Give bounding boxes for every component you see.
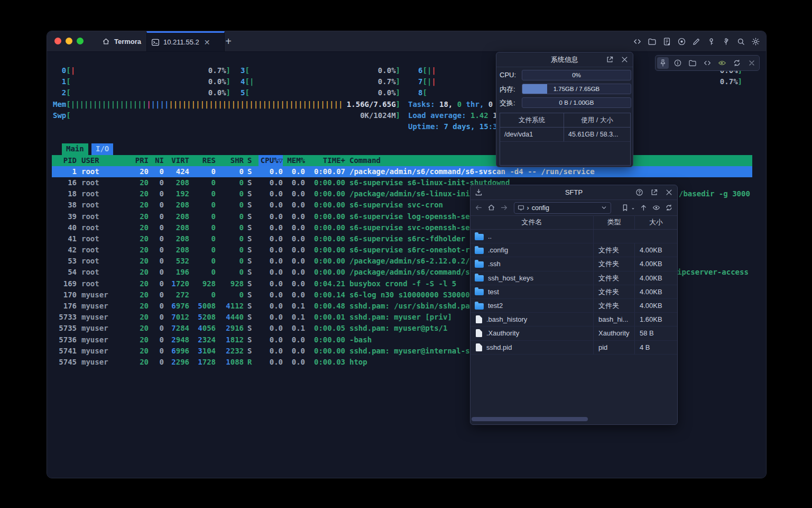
nvidia-icon[interactable] <box>718 59 726 67</box>
fkey-label-nice-[interactable]: Nice + <box>311 478 338 478</box>
htop-tab-main[interactable]: Main <box>62 143 88 155</box>
htop-tab-io[interactable]: I/O <box>91 143 113 155</box>
column-virt[interactable]: VIRT <box>164 155 189 166</box>
refresh-icon[interactable] <box>733 59 741 67</box>
fkey-label-tree[interactable]: Tree <box>205 478 232 478</box>
fkey-f6[interactable]: F6 <box>231 478 240 478</box>
uptime-line: Uptime: 7 days, 15:36 <box>408 121 502 132</box>
path-combobox[interactable]: › config <box>514 202 611 214</box>
open-in-window-icon[interactable] <box>650 188 658 196</box>
folder-icon[interactable] <box>688 59 697 67</box>
code-icon[interactable] <box>633 37 642 46</box>
keychain-icon[interactable] <box>722 37 731 46</box>
process-table-header[interactable]: PIDUSERPRINIVIRTRESSHRSCPU%▽MEM%TIME+Com… <box>52 155 752 166</box>
pencil-icon[interactable] <box>692 37 701 46</box>
key-icon[interactable] <box>707 37 716 46</box>
close-tab-icon[interactable]: ✕ <box>204 38 210 47</box>
cpu-label: CPU: <box>500 71 516 79</box>
log-icon[interactable] <box>662 37 671 46</box>
minimize-window-button[interactable] <box>66 38 72 44</box>
file-row-test[interactable]: test文件夹4.00KB <box>470 285 677 299</box>
path-chevron: › <box>527 204 529 212</box>
show-hidden-eye-icon[interactable] <box>652 204 660 212</box>
folder-icon <box>475 303 484 310</box>
column-ni[interactable]: NI <box>149 155 164 166</box>
column-time[interactable]: TIME+ <box>305 155 345 166</box>
info-icon[interactable] <box>673 59 682 67</box>
fkey-label-nice-[interactable]: Nice - <box>276 478 303 478</box>
fkey-label-kill[interactable]: Kill <box>347 478 374 478</box>
fkey-f10[interactable]: F10 <box>374 478 387 478</box>
home-icon[interactable] <box>487 204 495 212</box>
file-row--bash-history[interactable]: .bash_historybash_hi...1.60KB <box>470 313 677 326</box>
code-icon[interactable] <box>703 59 712 67</box>
fkey-f2[interactable]: F2 <box>88 478 97 478</box>
column-mem[interactable]: MEM% <box>283 155 305 166</box>
search-icon[interactable] <box>736 37 745 46</box>
fkey-label-quit[interactable]: Quit <box>387 478 752 478</box>
fkey-f9[interactable]: F9 <box>338 478 347 478</box>
fkey-label-filter[interactable]: Filter <box>169 478 196 478</box>
gear-icon[interactable] <box>751 37 760 46</box>
column-shr[interactable]: SHR <box>216 155 244 166</box>
file-row-test2[interactable]: test2文件夹4.00KB <box>470 299 677 313</box>
close-icon[interactable] <box>621 56 629 64</box>
column-res[interactable]: RES <box>189 155 216 166</box>
chevron-down-icon[interactable] <box>601 204 607 211</box>
up-directory-icon[interactable] <box>640 204 648 212</box>
fkey-f7[interactable]: F7 <box>267 478 276 478</box>
record-icon[interactable] <box>677 37 686 46</box>
file-row-sshd-pid[interactable]: sshd.pidpid4 B <box>470 341 677 355</box>
file-row-ssh-host-keys[interactable]: ssh_host_keys文件夹4.00KB <box>470 271 677 285</box>
fkey-f8[interactable]: F8 <box>302 478 311 478</box>
fkey-label-help[interactable]: Help <box>62 478 89 478</box>
fkey-f4[interactable]: F4 <box>160 478 169 478</box>
fkey-f3[interactable]: F3 <box>124 478 133 478</box>
fkey-label-sortby[interactable]: SortBy <box>240 478 267 478</box>
home-icon <box>102 38 110 46</box>
sftp-header: SFTP <box>470 185 677 200</box>
maximize-window-button[interactable] <box>77 38 84 44</box>
swap-meter: Swp[0K/1024M] <box>53 110 400 121</box>
cpu-progress-text: 0% <box>572 72 581 78</box>
swap-progress-text: 0 B / 1.00GB <box>559 99 594 106</box>
new-tab-button[interactable]: + <box>222 34 235 48</box>
column-s[interactable]: S <box>244 155 259 166</box>
tab-termora-home[interactable]: Termora <box>97 31 146 51</box>
back-icon[interactable] <box>475 204 483 212</box>
open-in-window-icon[interactable] <box>606 56 614 64</box>
fkey-label-search[interactable]: Search <box>133 478 160 478</box>
process-row-pid-1[interactable]: 1root20042400S0.00.00:00.07/package/admi… <box>52 166 752 177</box>
forward-icon[interactable] <box>500 204 508 212</box>
column-pid[interactable]: PID <box>52 155 77 166</box>
close-icon[interactable] <box>748 59 756 67</box>
cpu-progress-bar: 0% <box>522 70 631 80</box>
folder-icon[interactable] <box>648 37 657 46</box>
fkey-f5[interactable]: F5 <box>196 478 205 478</box>
help-icon[interactable] <box>635 188 643 196</box>
fkey-f1[interactable]: F1 <box>53 478 62 478</box>
file-row--Xauthority[interactable]: .XauthorityXauthority58 B <box>470 326 677 340</box>
file-row--[interactable]: .. <box>470 230 677 243</box>
pin-icon[interactable] <box>657 57 669 69</box>
file-row--ssh[interactable]: .ssh文件夹4.00KB <box>470 257 677 271</box>
titlebar: Termora 10.211.55.2 ✕ + <box>47 31 766 52</box>
sftp-table-header[interactable]: 文件名类型大小 <box>470 215 677 230</box>
column-pri[interactable]: PRI <box>131 155 149 166</box>
close-icon[interactable] <box>665 188 673 196</box>
file-row--config[interactable]: .config文件夹4.00KB <box>470 243 677 257</box>
htop-function-key-bar[interactable]: F1Help F2Setup F3SearchF4FilterF5Tree F6… <box>53 478 752 478</box>
download-icon[interactable] <box>475 188 483 196</box>
column-user[interactable]: USER <box>77 155 131 166</box>
fkey-label-setup[interactable]: Setup <box>97 478 124 478</box>
bookmark-caret-icon[interactable] <box>631 204 635 212</box>
cpu-meter-value: 0.7%] <box>720 76 742 87</box>
horizontal-scrollbar[interactable] <box>472 417 588 421</box>
column-cpu[interactable]: CPU%▽ <box>259 155 283 166</box>
floating-panel-toolbar <box>655 55 760 71</box>
tab-ssh-session[interactable]: 10.211.55.2 ✕ <box>146 31 225 51</box>
filesystem-table: 文件系统使用 / 大小/dev/vda145.61GB / 58.3... <box>500 113 631 166</box>
bookmark-icon[interactable] <box>621 204 629 212</box>
close-window-button[interactable] <box>54 38 61 44</box>
refresh-icon[interactable] <box>665 204 673 212</box>
